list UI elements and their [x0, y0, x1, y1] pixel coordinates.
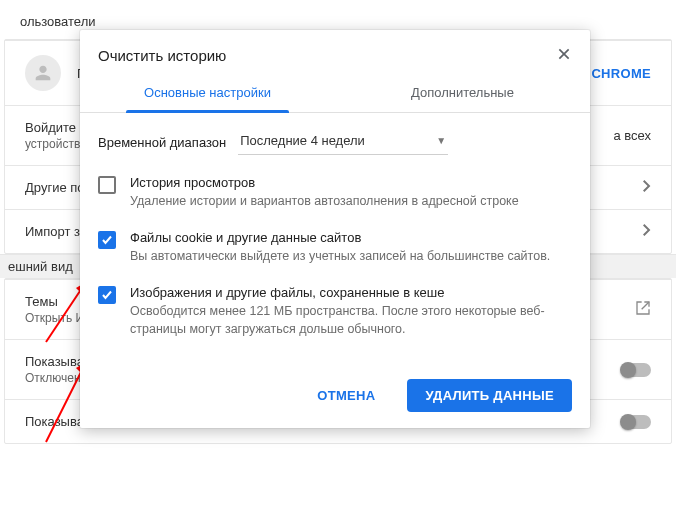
avatar-icon — [25, 55, 61, 91]
home-toggle[interactable] — [621, 415, 651, 429]
chevron-right-icon — [643, 180, 651, 195]
close-button[interactable] — [556, 46, 572, 65]
tab-basic[interactable]: Основные настройки — [80, 75, 335, 112]
option-cached-images: Изображения и другие файлы, сохраненные … — [98, 285, 572, 338]
clear-browsing-data-dialog: Очистить историю Основные настройки Допо… — [80, 30, 590, 428]
dialog-tabs: Основные настройки Дополнительные — [80, 75, 590, 113]
other-profiles-label: Другие по — [25, 180, 85, 195]
themes-label: Темы — [25, 294, 84, 309]
signin-text-2: устройства — [25, 137, 87, 151]
bookmarks-toggle[interactable] — [621, 363, 651, 377]
signin-text-1: Войдите в — [25, 120, 87, 135]
time-range-select[interactable]: Последние 4 недели ▼ — [238, 129, 448, 155]
option-desc: Удаление истории и вариантов автозаполне… — [130, 192, 519, 210]
option-browsing-history: История просмотров Удаление истории и ва… — [98, 175, 572, 210]
import-bookmarks-label: Импорт за — [25, 224, 87, 239]
dialog-title: Очистить историю — [98, 47, 226, 64]
time-range-label: Временной диапазон — [98, 135, 226, 150]
option-title: Файлы cookie и другие данные сайтов — [130, 230, 550, 245]
cancel-button[interactable]: ОТМЕНА — [299, 379, 393, 412]
chevron-right-icon — [643, 224, 651, 239]
option-desc: Освободится менее 121 МБ пространства. П… — [130, 302, 572, 338]
checkbox-browsing-history[interactable] — [98, 176, 116, 194]
time-range-value: Последние 4 недели — [240, 133, 365, 148]
checkbox-cached-images[interactable] — [98, 286, 116, 304]
open-external-icon — [635, 300, 651, 319]
checkbox-cookies[interactable] — [98, 231, 116, 249]
option-desc: Вы автоматически выйдете из учетных запи… — [130, 247, 550, 265]
tab-advanced[interactable]: Дополнительные — [335, 75, 590, 112]
clear-data-button[interactable]: УДАЛИТЬ ДАННЫЕ — [407, 379, 572, 412]
signin-right: а всех — [613, 128, 651, 143]
option-title: Изображения и другие файлы, сохраненные … — [130, 285, 572, 300]
dropdown-icon: ▼ — [436, 135, 446, 146]
themes-sublabel: Открыть И — [25, 311, 84, 325]
option-cookies: Файлы cookie и другие данные сайтов Вы а… — [98, 230, 572, 265]
option-title: История просмотров — [130, 175, 519, 190]
